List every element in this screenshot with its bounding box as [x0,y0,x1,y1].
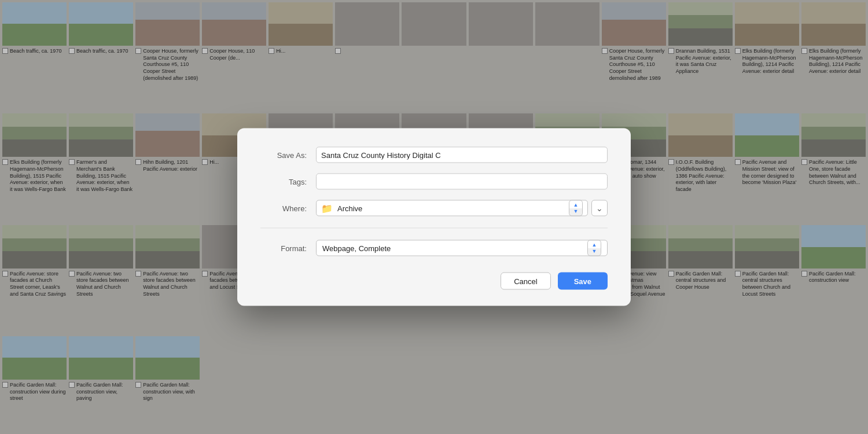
format-select[interactable]: Webpage, Complete ▲ ▼ [316,240,608,256]
format-row: Format: Webpage, Complete ▲ ▼ [260,240,608,256]
where-value: Archive [337,204,564,212]
folder-icon: 📁 [321,203,333,214]
save-as-label: Save As: [260,150,307,159]
format-up-arrow-icon: ▲ [592,242,597,247]
tags-label: Tags: [260,177,307,186]
chevron-down-icon: ⌄ [596,204,603,213]
down-arrow-icon: ▼ [573,209,579,214]
dialog-buttons: Cancel Save [260,273,608,290]
tags-row: Tags: [260,174,608,190]
save-as-input[interactable] [316,147,608,163]
format-select-wrapper: Webpage, Complete ▲ ▼ [316,240,608,256]
cancel-button[interactable]: Cancel [501,273,550,290]
save-as-row: Save As: [260,147,608,163]
format-down-arrow-icon: ▼ [592,249,597,254]
save-dialog: Save As: Tags: Where: 📁 Archive ▲ ▼ ⌄ Fo… [237,128,631,306]
divider [260,228,608,229]
format-value: Webpage, Complete [322,244,580,252]
where-select[interactable]: 📁 Archive ▲ ▼ [316,200,588,216]
format-stepper-arrows[interactable]: ▲ ▼ [587,240,601,256]
save-button[interactable]: Save [558,273,608,290]
where-row: Where: 📁 Archive ▲ ▼ ⌄ [260,200,608,216]
where-expand-button[interactable]: ⌄ [591,200,608,216]
where-select-wrapper: 📁 Archive ▲ ▼ ⌄ [316,200,608,216]
up-arrow-icon: ▲ [573,202,579,207]
tags-input[interactable] [316,174,608,190]
format-label: Format: [260,244,307,252]
where-stepper-arrows[interactable]: ▲ ▼ [569,200,583,216]
where-label: Where: [260,204,307,212]
